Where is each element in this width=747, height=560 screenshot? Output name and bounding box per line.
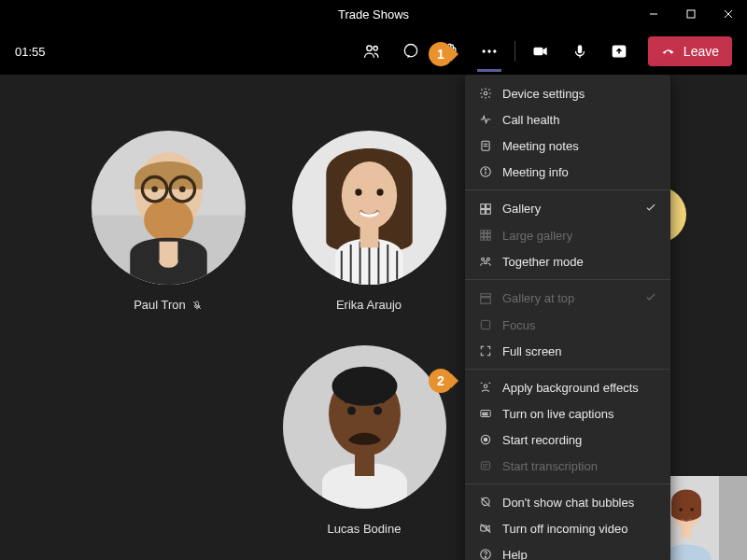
- svg-point-16: [144, 199, 193, 242]
- callout-number: 2: [437, 373, 444, 388]
- svg-point-20: [151, 186, 158, 192]
- svg-rect-57: [486, 203, 491, 208]
- participant-paul[interactable]: Paul Tron: [84, 131, 252, 312]
- svg-point-22: [159, 256, 177, 268]
- menu-start-transcription: Start transcription: [465, 453, 670, 479]
- video-off-icon: [478, 521, 493, 536]
- menu-label: Focus: [502, 318, 535, 332]
- svg-point-5: [374, 47, 377, 50]
- minimize-button[interactable]: [635, 0, 672, 28]
- svg-text:CC: CC: [483, 412, 488, 416]
- svg-point-26: [341, 161, 396, 230]
- svg-rect-1: [687, 10, 695, 18]
- svg-point-81: [484, 438, 487, 441]
- camera-button[interactable]: [521, 33, 560, 70]
- captions-icon: CC: [478, 406, 493, 421]
- close-button[interactable]: [710, 0, 747, 28]
- menu-call-health[interactable]: Call health: [465, 106, 670, 133]
- menu-dont-show-chat[interactable]: Don't show chat bubbles: [465, 489, 670, 515]
- svg-point-55: [485, 169, 486, 170]
- more-actions-button[interactable]: [470, 33, 509, 70]
- leave-button[interactable]: Leave: [648, 36, 732, 66]
- svg-rect-10: [533, 48, 543, 55]
- menu-label: Help: [502, 548, 528, 561]
- microphone-button[interactable]: [560, 33, 599, 70]
- menu-label: Together mode: [502, 255, 584, 269]
- call-timer: 01:55: [15, 45, 46, 59]
- participants-button[interactable]: [352, 33, 391, 70]
- menu-label: Full screen: [502, 344, 562, 358]
- menu-separator: [465, 189, 670, 190]
- participant-name-row: Erika Araujo: [285, 298, 453, 312]
- menu-device-settings[interactable]: Device settings: [465, 80, 670, 106]
- menu-gallery[interactable]: Gallery: [465, 195, 670, 222]
- gallery-top-icon: [478, 291, 493, 306]
- menu-label: Meeting notes: [502, 139, 579, 153]
- menu-gallery-at-top: Gallery at top: [465, 285, 670, 312]
- menu-apply-background[interactable]: Apply background effects: [465, 374, 670, 400]
- menu-live-captions[interactable]: CC Turn on live captions: [465, 400, 670, 427]
- svg-rect-61: [485, 231, 487, 233]
- svg-point-41: [373, 406, 381, 414]
- svg-rect-67: [485, 237, 487, 240]
- participant-name-row: Lucas Bodine: [271, 522, 458, 536]
- menu-label: Meeting info: [502, 165, 569, 179]
- more-active-indicator: [477, 69, 501, 72]
- menu-label: Start transcription: [502, 459, 598, 473]
- menu-meeting-notes[interactable]: Meeting notes: [465, 133, 670, 159]
- svg-point-39: [331, 367, 397, 406]
- svg-point-49: [484, 91, 487, 95]
- menu-label: Gallery at top: [502, 291, 574, 305]
- avatar-lucas: [283, 345, 446, 509]
- menu-separator: [465, 279, 670, 280]
- chat-off-icon: [478, 495, 493, 510]
- svg-point-40: [346, 406, 355, 414]
- svg-rect-44: [719, 476, 747, 560]
- menu-start-recording[interactable]: Start recording: [465, 427, 670, 453]
- menu-separator: [465, 369, 670, 370]
- svg-rect-66: [481, 237, 484, 240]
- gear-icon: [478, 86, 493, 101]
- svg-point-4: [367, 46, 372, 50]
- participant-erika[interactable]: Erika Araujo: [285, 131, 453, 312]
- svg-point-47: [690, 508, 694, 511]
- menu-together-mode[interactable]: Together mode: [465, 248, 670, 274]
- callout-number: 1: [437, 47, 444, 62]
- record-icon: [478, 432, 493, 447]
- help-icon: [478, 547, 493, 560]
- toolbar-divider: [514, 41, 515, 62]
- menu-label: Gallery: [502, 202, 541, 216]
- hangup-icon: [661, 44, 676, 59]
- menu-help[interactable]: Help: [465, 541, 670, 560]
- svg-point-90: [485, 556, 486, 557]
- menu-turn-off-video[interactable]: Turn off incoming video: [465, 515, 670, 541]
- callout-1: 1: [429, 42, 453, 66]
- svg-rect-73: [481, 297, 491, 302]
- svg-rect-58: [481, 209, 486, 214]
- menu-meeting-info[interactable]: Meeting info: [465, 159, 670, 185]
- window-controls: [635, 0, 747, 28]
- chat-button[interactable]: [391, 33, 430, 70]
- svg-rect-64: [485, 234, 487, 237]
- background-effects-icon: [478, 380, 493, 395]
- participant-name: Lucas Bodine: [328, 522, 402, 536]
- share-button[interactable]: [599, 33, 639, 70]
- toolbar-actions: Leave: [352, 33, 732, 70]
- svg-point-9: [493, 49, 496, 52]
- svg-rect-59: [486, 209, 491, 214]
- svg-rect-68: [487, 237, 490, 240]
- participant-name: Erika Araujo: [336, 298, 402, 312]
- svg-rect-63: [481, 234, 484, 237]
- svg-point-6: [404, 45, 416, 57]
- fullscreen-icon: [478, 343, 493, 358]
- menu-large-gallery: Large gallery: [465, 222, 670, 248]
- svg-point-27: [355, 189, 361, 195]
- menu-label: Large gallery: [502, 229, 572, 243]
- svg-point-70: [486, 258, 489, 260]
- svg-point-75: [484, 385, 487, 388]
- mic-muted-icon: [191, 300, 203, 311]
- maximize-button[interactable]: [672, 0, 710, 28]
- menu-full-screen[interactable]: Full screen: [465, 338, 670, 364]
- svg-rect-48: [681, 525, 692, 538]
- pulse-icon: [478, 112, 493, 127]
